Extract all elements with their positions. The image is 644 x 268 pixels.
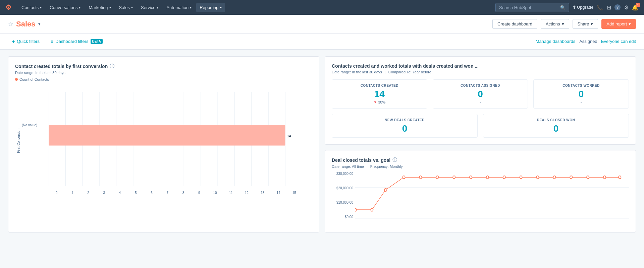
header-bar: ☆ Sales ▾ Create dashboard Actions ▾ Sha… <box>0 15 644 34</box>
metrics-grid-bottom: NEW DEALS CREATED 0 DEALS CLOSED WON 0 <box>332 114 629 138</box>
nav-automation[interactable]: Automation ▾ <box>163 3 195 12</box>
chevron-down-icon: ▾ <box>79 6 80 9</box>
settings-icon[interactable]: ⚙ <box>624 4 629 11</box>
x-tick: 11 <box>223 191 239 195</box>
contacts-metrics-card: Contacts created and worked totals with … <box>325 56 636 145</box>
marketplace-icon[interactable]: ⊞ <box>607 4 611 11</box>
quick-filters-button[interactable]: + Quick filters <box>8 37 44 46</box>
nav-conversations[interactable]: Conversations ▾ <box>46 3 84 12</box>
nav-sales[interactable]: Sales ▾ <box>116 3 137 12</box>
contact-chart-card: Contact created totals by first conversi… <box>8 56 319 232</box>
metric-new-deals: NEW DEALS CREATED 0 <box>332 114 478 138</box>
svg-rect-16 <box>49 125 285 146</box>
y-label: $10,000.00 <box>332 201 355 204</box>
main-content: Contact created totals by first conversi… <box>0 50 644 239</box>
x-tick: 6 <box>144 191 160 195</box>
title-dropdown-icon[interactable]: ▾ <box>38 21 41 26</box>
svg-point-33 <box>536 176 539 179</box>
assigned-label: Assigned: Everyone can edit <box>579 39 636 44</box>
svg-point-38 <box>619 176 621 179</box>
top-nav: ⚙ Contacts ▾ Conversations ▾ Marketing ▾… <box>0 0 644 15</box>
notification-icon[interactable]: 🔔 1 <box>632 4 639 11</box>
contact-chart-subtitle: Date range: In the last 30 days <box>15 71 312 75</box>
line-chart-svg <box>355 172 629 219</box>
add-report-button[interactable]: Add report ▾ <box>601 19 636 29</box>
info-icon[interactable]: ⓘ <box>392 157 397 163</box>
nav-reporting[interactable]: Reporting ▾ <box>196 3 225 12</box>
metrics-card-subtitle: Date range: In the last 30 days | Compar… <box>332 70 629 74</box>
filter-bar: + Quick filters ≡ Dashboard filters BETA… <box>0 34 644 50</box>
x-tick: 13 <box>255 191 270 195</box>
upgrade-button[interactable]: ⬆ Upgrade <box>573 5 593 10</box>
svg-point-36 <box>587 176 589 179</box>
dashboard-filters-button[interactable]: ≡ Dashboard filters BETA <box>47 37 107 46</box>
chevron-down-icon: ▾ <box>629 21 631 26</box>
chevron-down-icon: ▾ <box>190 6 192 9</box>
svg-point-37 <box>603 176 606 179</box>
metric-change: ▼ 30% <box>335 100 424 104</box>
svg-point-35 <box>570 176 572 179</box>
chevron-down-icon: ▾ <box>131 6 133 9</box>
beta-badge: BETA <box>91 39 103 44</box>
nav-right: 🔍 ⬆ Upgrade 📞 ⊞ ? ⚙ 🔔 1 <box>495 3 639 12</box>
chevron-down-icon: ▾ <box>157 6 158 9</box>
svg-point-24 <box>384 189 387 192</box>
filter-icon: ≡ <box>51 39 53 44</box>
bar-y-label: (No value) <box>22 123 37 127</box>
nav-contacts[interactable]: Contacts ▾ <box>18 3 45 12</box>
svg-point-31 <box>503 176 505 179</box>
header-left: ☆ Sales ▾ <box>8 20 41 28</box>
metrics-grid-top: CONTACTS CREATED 14 ▼ 30% CONTACTS ASSIG… <box>332 79 629 109</box>
y-label: $0.00 <box>332 215 355 219</box>
svg-point-34 <box>553 176 555 179</box>
actions-button[interactable]: Actions ▾ <box>541 19 569 29</box>
x-tick: 1 <box>64 191 80 195</box>
y-axis-label: First Conversion <box>17 129 20 153</box>
info-icon[interactable]: ⓘ <box>110 63 114 69</box>
hubspot-logo: ⚙ <box>5 3 11 11</box>
svg-point-23 <box>371 208 373 211</box>
svg-point-22 <box>355 208 357 211</box>
metric-contacts-worked: CONTACTS WORKED 0 - <box>533 79 629 109</box>
x-tick: 3 <box>96 191 112 195</box>
x-tick: 4 <box>112 191 128 195</box>
svg-point-28 <box>453 176 455 179</box>
y-label: $20,000.00 <box>332 186 355 190</box>
filter-divider <box>45 38 45 45</box>
notification-badge: 1 <box>636 3 640 7</box>
everyone-can-edit-link[interactable]: Everyone can edit <box>601 39 636 44</box>
svg-point-27 <box>436 176 438 179</box>
nav-service[interactable]: Service ▾ <box>138 3 162 12</box>
create-dashboard-button[interactable]: Create dashboard <box>492 19 537 29</box>
legend-dot <box>15 78 18 81</box>
help-icon[interactable]: ? <box>614 4 621 10</box>
chevron-down-icon: ▾ <box>562 21 564 26</box>
x-tick: 7 <box>160 191 175 195</box>
svg-point-30 <box>486 176 489 179</box>
chevron-down-icon: ▾ <box>220 6 222 9</box>
x-tick: 2 <box>80 191 96 195</box>
svg-point-29 <box>470 176 472 179</box>
manage-dashboards-link[interactable]: Manage dashboards <box>536 39 576 44</box>
search-box[interactable]: 🔍 <box>495 3 569 12</box>
favorite-icon[interactable]: ☆ <box>8 20 13 28</box>
y-label: $30,000.00 <box>332 172 355 176</box>
search-icon: 🔍 <box>560 5 566 10</box>
x-tick: 14 <box>271 191 286 195</box>
x-tick: 12 <box>239 191 255 195</box>
page-title: Sales <box>16 20 36 28</box>
chevron-down-icon: ▾ <box>109 6 111 9</box>
plus-icon: + <box>12 39 15 44</box>
svg-point-25 <box>402 176 405 179</box>
chevron-down-icon: ▾ <box>40 6 42 9</box>
x-tick: 5 <box>128 191 144 195</box>
nav-marketing[interactable]: Marketing ▾ <box>85 3 114 12</box>
metric-contacts-created: CONTACTS CREATED 14 ▼ 30% <box>332 79 427 109</box>
metric-contacts-assigned: CONTACTS ASSIGNED 0 - <box>433 79 528 109</box>
phone-icon[interactable]: 📞 <box>597 4 603 11</box>
search-input[interactable] <box>499 5 558 10</box>
share-button[interactable]: Share ▾ <box>573 19 598 29</box>
svg-point-32 <box>520 176 522 179</box>
deal-chart-title: Deal closed totals vs. goal ⓘ <box>332 157 629 163</box>
deal-chart-subtitle: Date range: All time | Frequency: Monthl… <box>332 164 629 169</box>
